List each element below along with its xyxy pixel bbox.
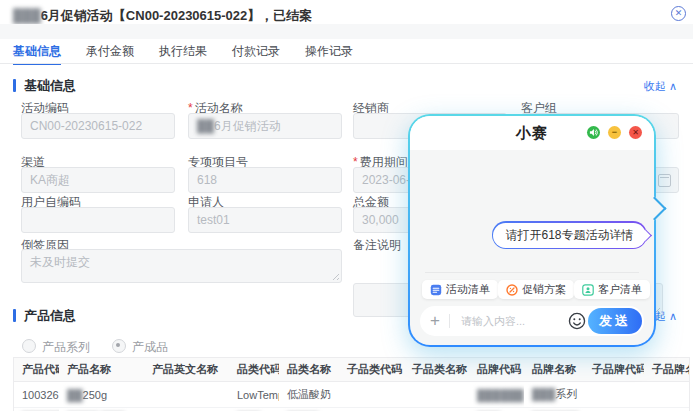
close-icon[interactable]: ✕ xyxy=(671,6,686,21)
tab-basic-info[interactable]: 基础信息 xyxy=(13,40,61,64)
chat-assistant-panel: 小赛 − ✕ 请打开618专题活动详情 活动清单 xyxy=(408,114,656,347)
quick-action-chips: 活动清单 促销方案 客户清单 xyxy=(422,280,641,299)
emoji-icon[interactable] xyxy=(568,312,586,330)
col-product-name: 产品名称 xyxy=(59,358,144,382)
bubble-tail xyxy=(639,229,652,242)
close-chat-icon[interactable]: ✕ xyxy=(629,126,642,139)
chat-divider xyxy=(425,272,639,273)
chat-input-bar: + 发送 xyxy=(420,306,644,336)
tab-operation-records[interactable]: 操作记录 xyxy=(305,40,353,64)
activity-code-input: CN00-20230615-022 xyxy=(21,113,175,139)
col-category-code: 品类代码 xyxy=(229,358,279,382)
voice-icon[interactable] xyxy=(587,126,600,139)
page-title: ███6月促销活动【CN00-20230615-022】，已结案 xyxy=(13,7,312,25)
col-category-name: 品类名称 xyxy=(279,358,339,382)
app-window: ███6月促销活动【CN00-20230615-022】，已结案 ✕ 基础信息 … xyxy=(0,0,693,411)
section-accent-bar xyxy=(13,309,16,322)
col-subbrand-code: 子品牌代码 xyxy=(584,358,644,382)
customer-icon xyxy=(582,284,594,296)
tabbar-underline xyxy=(0,63,693,64)
product-type-radio-group: 产品系列 产成品 xyxy=(22,339,168,356)
col-brand-code: 品牌代码 xyxy=(469,358,524,382)
tab-commitment-amount[interactable]: 承付金额 xyxy=(86,40,134,64)
section-accent-bar xyxy=(13,79,16,92)
chat-message-bubble: 请打开618专题活动详情 xyxy=(492,221,647,249)
redacted-brand: ██ xyxy=(197,119,214,133)
user-code-input xyxy=(21,207,175,233)
channel-input: KA商超 xyxy=(21,167,175,193)
table-row: 100326... ██250g LowTemper... 低温酸奶 █████… xyxy=(14,382,689,408)
radio-selected-icon xyxy=(112,339,126,353)
redacted-brand: ███ xyxy=(13,8,41,23)
tab-payment-records[interactable]: 付款记录 xyxy=(232,40,280,64)
col-brand-name: 品牌名称 xyxy=(524,358,584,382)
chat-window-controls: − ✕ xyxy=(587,126,642,139)
remark-label: 备注说明 xyxy=(353,237,401,254)
backdate-reason-textarea: 未及时提交 xyxy=(21,249,342,283)
promo-icon xyxy=(506,284,518,296)
tab-bar: 基础信息 承付金额 执行结果 付款记录 操作记录 xyxy=(13,40,353,64)
redacted-text: ██████ xyxy=(477,389,524,401)
table-row: ██████ ████ ███ ███ ████ ███ ██████ xyxy=(14,408,689,411)
activity-name-input: ██6月促销活动 xyxy=(188,113,342,139)
project-number-input: 618 xyxy=(188,167,342,193)
col-subbrand-name: 子品牌名称 xyxy=(644,358,689,382)
radio-icon xyxy=(22,339,36,353)
radio-product-series: 产品系列 xyxy=(22,339,90,356)
minimize-icon[interactable]: − xyxy=(608,126,621,139)
chip-promo-plan[interactable]: 促销方案 xyxy=(498,280,574,299)
col-product-code: 产品代码 xyxy=(14,358,59,382)
chat-input[interactable] xyxy=(459,314,568,328)
tab-execution-result[interactable]: 执行结果 xyxy=(159,40,207,64)
table-header-row: 产品代码 产品名称 产品英文名称 品类代码 品类名称 子品类代码 子品类名称 品… xyxy=(14,358,689,382)
redacted-text: ███ xyxy=(532,388,555,400)
chevron-up-icon: ∧ xyxy=(669,310,677,322)
col-subcategory-name: 子品类名称 xyxy=(404,358,469,382)
chip-activity-list[interactable]: 活动清单 xyxy=(422,280,498,299)
radio-finished-product: 产成品 xyxy=(112,339,168,356)
list-icon xyxy=(430,284,442,296)
redacted-text: ██ xyxy=(67,389,83,401)
product-info-section-title: 产品信息 xyxy=(24,307,76,325)
calendar-icon xyxy=(658,174,671,187)
col-product-en-name: 产品英文名称 xyxy=(144,358,229,382)
attach-plus-icon[interactable]: + xyxy=(430,307,440,335)
basic-info-collapse-link[interactable]: 收起 ∧ xyxy=(644,79,677,94)
chevron-up-icon: ∧ xyxy=(669,80,677,92)
resize-handle-icon xyxy=(332,273,339,280)
applicant-input: test01 xyxy=(188,207,342,233)
send-button[interactable]: 发送 xyxy=(588,308,642,334)
input-divider xyxy=(449,314,450,328)
product-table: 产品代码 产品名称 产品英文名称 品类代码 品类名称 子品类代码 子品类名称 品… xyxy=(13,357,690,411)
header-divider-strip xyxy=(0,24,693,39)
col-subcategory-code: 子品类代码 xyxy=(339,358,404,382)
basic-info-section-title: 基础信息 xyxy=(24,77,76,95)
chip-customer-list[interactable]: 客户清单 xyxy=(574,280,650,299)
